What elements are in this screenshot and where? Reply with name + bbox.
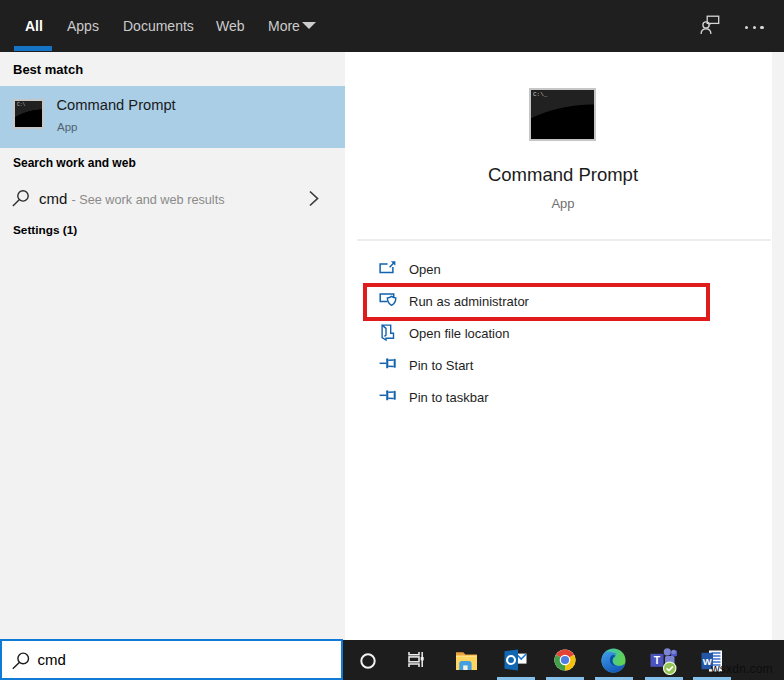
svg-text:T: T: [654, 654, 661, 666]
